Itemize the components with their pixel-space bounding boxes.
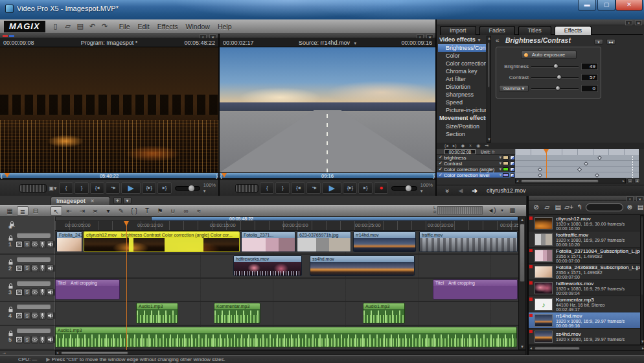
source-title[interactable]: Source: rr14hd.mov ▾ xyxy=(254,40,402,46)
keyframe-timecode[interactable]: 00:00:02:08 xyxy=(444,149,476,154)
record-arm-button[interactable] xyxy=(39,288,46,296)
media-pool-item[interactable]: Fotolia_23711084_Subscription_L.jpg2356 … xyxy=(529,248,641,264)
effect-item[interactable]: Color xyxy=(438,52,486,60)
play-around-button[interactable]: ◔▸ xyxy=(306,182,321,194)
color-swatch[interactable] xyxy=(503,161,509,165)
undo-icon[interactable]: ↶ xyxy=(87,21,98,31)
media-pool-vscroll[interactable]: ▼ xyxy=(640,215,644,345)
close-tab-icon[interactable]: × xyxy=(91,197,94,205)
timeline-clip[interactable]: rr14hd.mov xyxy=(353,231,416,252)
clear-search-icon[interactable]: ⊗ xyxy=(625,203,634,212)
timeline-clip[interactable]: Kommentar.mp3 xyxy=(214,303,260,323)
save-icon[interactable]: ▤ xyxy=(75,21,86,31)
visibility-button[interactable] xyxy=(31,240,38,248)
range-tool-icon[interactable]: ⇤ xyxy=(63,206,75,216)
effect-item[interactable]: Brightness/Contrast xyxy=(438,44,486,52)
effects-group-movement[interactable]: Movement effects▾ xyxy=(438,114,486,123)
keyframe-curve-button[interactable] xyxy=(16,312,23,320)
solo-button[interactable]: S xyxy=(23,288,30,296)
close-button[interactable]: ✕ xyxy=(615,0,643,11)
pen-tool-icon[interactable]: ✎ xyxy=(115,206,127,216)
keyframe-icon[interactable] xyxy=(595,173,599,178)
menu-window[interactable]: Window xyxy=(182,21,214,32)
mark-out-button[interactable]: } xyxy=(75,182,89,194)
timeline-clip[interactable]: traffic.mov xyxy=(419,231,518,252)
view-options-icon[interactable]: ▤ xyxy=(636,203,644,212)
chevron-down-icon[interactable]: ▾ xyxy=(499,172,501,178)
timeline-vscroll[interactable]: ▲ ▼ xyxy=(518,217,526,350)
mute-button[interactable] xyxy=(47,264,54,272)
unit-value[interactable]: fr xyxy=(492,150,495,154)
zoom-in-icon[interactable]: + xyxy=(634,178,640,183)
timeline-clip[interactable]: cityrush12.movbrightness Contrast Color … xyxy=(84,231,240,252)
play-range-button[interactable]: {▸} xyxy=(343,182,357,194)
group-tool-icon[interactable]: {·} xyxy=(128,206,140,216)
jog-wheel[interactable] xyxy=(235,184,259,193)
effect-item[interactable]: Speed xyxy=(438,99,486,106)
timeline-clip[interactable]: Fotolia_2371... xyxy=(241,231,295,252)
slider-thumb[interactable] xyxy=(553,64,558,69)
play-button[interactable]: ▶ xyxy=(322,182,341,194)
solo-button[interactable]: S xyxy=(23,312,30,320)
visibility-button[interactable] xyxy=(31,288,38,296)
mouse-pointer-icon[interactable]: ↖ xyxy=(51,206,62,216)
play-range-button[interactable]: {▸} xyxy=(142,182,156,194)
track-name-field[interactable] xyxy=(17,233,51,238)
program-scrubber[interactable]: { 05:48:22 } xyxy=(0,172,218,179)
diagonal-icon[interactable] xyxy=(510,156,515,160)
media-pool-item[interactable]: ss4hd.mov1920 x 1080, 16:9, 29.97 frames… xyxy=(529,329,641,345)
visibility-button[interactable] xyxy=(31,336,38,344)
import-range-icon[interactable]: ↰ xyxy=(575,203,584,212)
source-video[interactable] xyxy=(220,47,435,172)
jog-wheel[interactable] xyxy=(19,184,47,193)
jump-start-button[interactable]: {◂ xyxy=(291,182,305,194)
record-arm-button[interactable] xyxy=(39,312,46,320)
effect-menu-button[interactable]: ▾ xyxy=(594,39,603,45)
display-options-icon[interactable]: ▣▾ xyxy=(49,185,57,191)
record-arm-button[interactable] xyxy=(39,264,46,272)
title-tool-icon[interactable]: T xyxy=(141,206,153,216)
effects-list-vscroll[interactable]: ▲ ▼ xyxy=(487,36,491,143)
param-slider[interactable] xyxy=(531,64,579,69)
keyframe-icon[interactable] xyxy=(584,161,588,166)
media-pool-item[interactable]: cityrush12.mov1920 x 1080, 16:9, 30.00 f… xyxy=(529,215,641,231)
param-slider[interactable] xyxy=(531,75,579,80)
paste-keyframe-icon[interactable]: ⇥ xyxy=(485,143,489,149)
keyframe-curve-button[interactable] xyxy=(16,288,23,296)
media-pool-item[interactable]: rr14hd.mov1920 x 1080, 16:9, 29.97 frame… xyxy=(529,312,641,329)
keyframe-lane-row[interactable] xyxy=(515,167,639,172)
new-file-icon[interactable]: ▯ xyxy=(51,21,61,31)
keyframe-icon[interactable] xyxy=(538,173,542,178)
keyframe-lane-row[interactable] xyxy=(515,155,639,161)
unlink-icon[interactable]: ≈ xyxy=(193,206,205,216)
slider-thumb[interactable] xyxy=(557,75,562,80)
effect-item[interactable]: Distortion xyxy=(438,83,486,91)
maximize-button[interactable]: ▢ xyxy=(597,0,615,11)
visibility-button[interactable] xyxy=(31,264,38,272)
solo-button[interactable]: S xyxy=(23,240,30,248)
diagonal-icon[interactable] xyxy=(510,167,515,172)
timeline-clip[interactable]: TitelAnti cropping xyxy=(433,279,518,300)
back-icon[interactable]: « xyxy=(496,37,500,44)
jump-start-button[interactable]: {◂ xyxy=(90,182,104,194)
timeline-hscroll[interactable]: ◂ xyxy=(55,350,526,355)
mixer-icon[interactable]: ▦ xyxy=(507,205,518,215)
zoom-out-icon[interactable]: − xyxy=(627,178,633,183)
solo-button[interactable]: S xyxy=(23,264,30,272)
timeline-clip[interactable]: hdfireworks.mov xyxy=(233,255,302,276)
chevron-down-icon[interactable]: ▾ xyxy=(499,155,501,160)
prev-object-icon[interactable]: ◀ xyxy=(459,187,463,194)
stop-load-icon[interactable]: ⊘ xyxy=(531,203,541,212)
timeline-clip[interactable]: 623-03765971b.jpg xyxy=(297,231,351,252)
menu-edit[interactable]: Edit xyxy=(134,21,154,32)
keyframe-playhead[interactable] xyxy=(544,149,549,178)
anaglyph-red-icon[interactable] xyxy=(3,35,8,37)
collapse-panel-icon[interactable]: » xyxy=(444,189,451,193)
effect-item[interactable]: Section xyxy=(438,130,486,138)
zoom-slider[interactable] xyxy=(175,186,200,191)
mark-out-button[interactable]: } xyxy=(275,182,290,194)
stretch-tool-icon[interactable]: ≍ xyxy=(89,206,101,216)
mute-button[interactable] xyxy=(47,312,54,320)
track-name-field[interactable] xyxy=(17,328,51,333)
diagonal-icon[interactable] xyxy=(510,173,515,178)
